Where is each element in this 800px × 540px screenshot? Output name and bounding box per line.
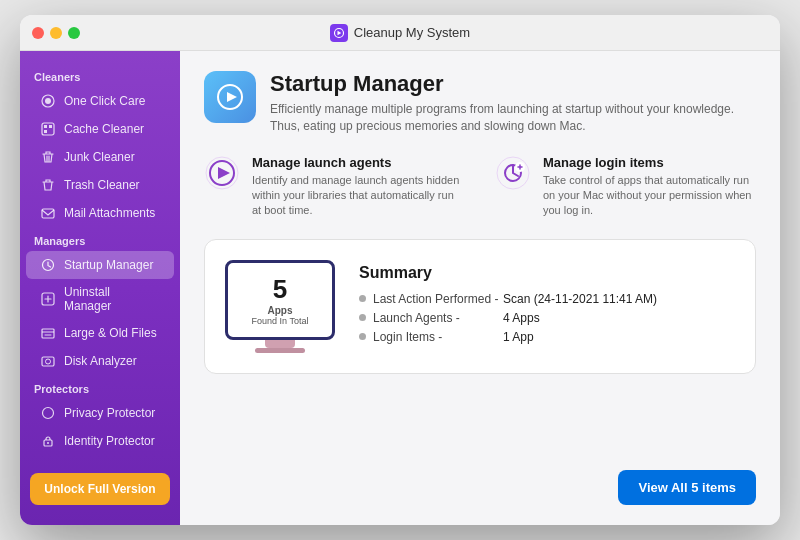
- sidebar-item-privacy-protector[interactable]: Privacy Protector: [26, 399, 174, 427]
- sidebar-item-trash-cleaner[interactable]: Trash Cleaner: [26, 171, 174, 199]
- trash-cleaner-icon: [40, 177, 56, 193]
- main-content-area: Startup Manager Efficiently manage multi…: [180, 51, 780, 525]
- sidebar-item-one-click-care[interactable]: One Click Care: [26, 87, 174, 115]
- login-items-icon: [495, 155, 531, 191]
- feature-login-items: Manage login items Take control of apps …: [495, 155, 756, 219]
- large-old-files-icon: [40, 325, 56, 341]
- cache-cleaner-label: Cache Cleaner: [64, 122, 144, 136]
- sidebar-item-junk-cleaner[interactable]: Junk Cleaner: [26, 143, 174, 171]
- traffic-lights: [32, 27, 80, 39]
- launch-agents-text: Manage launch agents Identify and manage…: [252, 155, 465, 219]
- svg-point-2: [45, 98, 51, 104]
- summary-value-login: 1 App: [503, 330, 534, 344]
- summary-card: 5 Apps Found In Total Summary Last Actio…: [204, 239, 756, 374]
- summary-dot-1: [359, 295, 366, 302]
- summary-key-login: Login Items -: [373, 330, 503, 344]
- monitor-screen: 5 Apps Found In Total: [225, 260, 335, 340]
- svg-rect-11: [42, 357, 54, 366]
- title-bar-content: Cleanup My System: [330, 24, 470, 42]
- summary-row-action: Last Action Performed - Scan (24-11-2021…: [359, 292, 735, 306]
- launch-agents-title: Manage launch agents: [252, 155, 465, 170]
- app-window: Cleanup My System Cleaners One Click Car…: [20, 15, 780, 525]
- junk-cleaner-icon: [40, 149, 56, 165]
- sidebar: Cleaners One Click Care: [20, 51, 180, 525]
- app-description: Efficiently manage multiple programs fro…: [270, 101, 750, 135]
- trash-cleaner-label: Trash Cleaner: [64, 178, 140, 192]
- identity-protector-icon: [40, 433, 56, 449]
- monitor-base: [255, 348, 305, 353]
- close-dot[interactable]: [32, 27, 44, 39]
- cache-cleaner-icon: [40, 121, 56, 137]
- minimize-dot[interactable]: [50, 27, 62, 39]
- sidebar-item-identity-protector[interactable]: Identity Protector: [26, 427, 174, 455]
- sidebar-item-uninstall-manager[interactable]: Uninstall Manager: [26, 279, 174, 319]
- large-old-files-label: Large & Old Files: [64, 326, 157, 340]
- title-bar: Cleanup My System: [20, 15, 780, 51]
- one-click-care-icon: [40, 93, 56, 109]
- summary-value-action: Scan (24-11-2021 11:41 AM): [503, 292, 657, 306]
- app-title: Startup Manager: [270, 71, 750, 97]
- fullscreen-dot[interactable]: [68, 27, 80, 39]
- sidebar-item-mail-attachments[interactable]: Mail Attachments: [26, 199, 174, 227]
- summary-dot-2: [359, 314, 366, 321]
- svg-point-13: [43, 408, 54, 419]
- app-icon-small: [330, 24, 348, 42]
- disk-analyzer-icon: [40, 353, 56, 369]
- login-items-text: Manage login items Take control of apps …: [543, 155, 756, 219]
- unlock-full-version-button[interactable]: Unlock Full Version: [30, 473, 170, 505]
- uninstall-manager-icon: [40, 291, 56, 307]
- disk-analyzer-label: Disk Analyzer: [64, 354, 137, 368]
- managers-section-label: Managers: [20, 227, 180, 251]
- sidebar-item-disk-analyzer[interactable]: Disk Analyzer: [26, 347, 174, 375]
- login-items-description: Take control of apps that automatically …: [543, 173, 756, 219]
- svg-rect-4: [44, 125, 47, 128]
- svg-rect-5: [49, 125, 52, 128]
- monitor-graphic: 5 Apps Found In Total: [225, 260, 335, 353]
- launch-agents-icon: [204, 155, 240, 191]
- app-header-text: Startup Manager Efficiently manage multi…: [270, 71, 750, 135]
- uninstall-manager-label: Uninstall Manager: [64, 285, 160, 313]
- summary-value-agents: 4 Apps: [503, 311, 540, 325]
- summary-row-agents: Launch Agents - 4 Apps: [359, 311, 735, 325]
- summary-row-login: Login Items - 1 App: [359, 330, 735, 344]
- identity-protector-label: Identity Protector: [64, 434, 155, 448]
- junk-cleaner-label: Junk Cleaner: [64, 150, 135, 164]
- feature-launch-agents: Manage launch agents Identify and manage…: [204, 155, 465, 219]
- main-layout: Cleaners One Click Care: [20, 51, 780, 525]
- summary-details: Summary Last Action Performed - Scan (24…: [359, 264, 735, 349]
- protectors-section-label: Protectors: [20, 375, 180, 399]
- svg-point-12: [46, 359, 51, 364]
- cleaners-section-label: Cleaners: [20, 63, 180, 87]
- summary-dot-3: [359, 333, 366, 340]
- svg-rect-3: [42, 123, 54, 135]
- features-row: Manage launch agents Identify and manage…: [204, 155, 756, 219]
- content-wrapper: Startup Manager Efficiently manage multi…: [180, 51, 780, 525]
- view-all-button[interactable]: View All 5 items: [618, 470, 756, 505]
- summary-key-action: Last Action Performed -: [373, 292, 503, 306]
- mail-attachments-icon: [40, 205, 56, 221]
- privacy-protector-icon: [40, 405, 56, 421]
- startup-manager-label: Startup Manager: [64, 258, 153, 272]
- one-click-care-label: One Click Care: [64, 94, 145, 108]
- apps-label: Apps: [268, 305, 293, 316]
- launch-agents-description: Identify and manage launch agents hidden…: [252, 173, 465, 219]
- monitor-stand: [265, 340, 295, 348]
- startup-manager-icon: [40, 257, 56, 273]
- summary-title: Summary: [359, 264, 735, 282]
- apps-count: 5: [273, 274, 287, 305]
- app-header: Startup Manager Efficiently manage multi…: [204, 71, 756, 135]
- window-title: Cleanup My System: [354, 25, 470, 40]
- svg-rect-10: [42, 329, 54, 338]
- sidebar-item-large-old-files[interactable]: Large & Old Files: [26, 319, 174, 347]
- svg-point-15: [47, 442, 49, 444]
- summary-key-agents: Launch Agents -: [373, 311, 503, 325]
- sidebar-item-startup-manager[interactable]: Startup Manager: [26, 251, 174, 279]
- startup-manager-app-icon: [204, 71, 256, 123]
- apps-sublabel: Found In Total: [252, 316, 309, 326]
- mail-attachments-label: Mail Attachments: [64, 206, 155, 220]
- privacy-protector-label: Privacy Protector: [64, 406, 155, 420]
- login-items-title: Manage login items: [543, 155, 756, 170]
- svg-rect-6: [44, 130, 47, 133]
- sidebar-item-cache-cleaner[interactable]: Cache Cleaner: [26, 115, 174, 143]
- svg-rect-7: [42, 209, 54, 218]
